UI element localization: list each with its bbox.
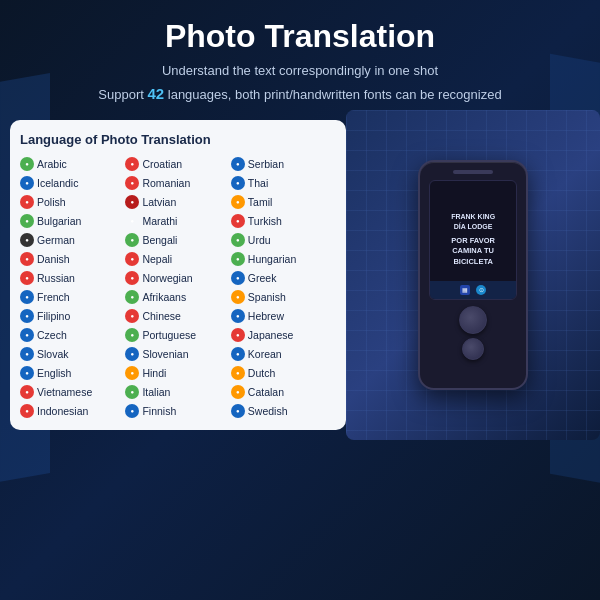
list-item: ●Slovak bbox=[20, 346, 125, 363]
list-item: ●Vietnamese bbox=[20, 384, 125, 401]
language-name: Romanian bbox=[142, 177, 190, 189]
gallery-icon: ▦ bbox=[460, 285, 470, 295]
flag-icon: ● bbox=[125, 385, 139, 399]
flag-icon: ● bbox=[20, 347, 34, 361]
language-name: Slovenian bbox=[142, 348, 188, 360]
language-name: Greek bbox=[248, 272, 277, 284]
list-item: ●Japanese bbox=[231, 327, 336, 344]
language-name: Urdu bbox=[248, 234, 271, 246]
language-name: Finnish bbox=[142, 405, 176, 417]
language-name: Hindi bbox=[142, 367, 166, 379]
language-name: Serbian bbox=[248, 158, 284, 170]
screen-content: FRANK KINGDÍA LODGE POR FAVORCAMINA TUBI… bbox=[447, 208, 499, 271]
list-item: ●Hindi bbox=[125, 365, 230, 382]
flag-icon: ● bbox=[20, 290, 34, 304]
language-name: Danish bbox=[37, 253, 70, 265]
translation-device: FRANK KINGDÍA LODGE POR FAVORCAMINA TUBI… bbox=[418, 160, 528, 390]
list-item: ●Greek bbox=[231, 270, 336, 287]
flag-icon: ● bbox=[231, 366, 245, 380]
language-name: Nepali bbox=[142, 253, 172, 265]
flag-icon: ● bbox=[231, 347, 245, 361]
flag-icon: ● bbox=[231, 195, 245, 209]
screen-text-bottom: POR FAVORCAMINA TUBICICLETA bbox=[451, 236, 495, 268]
list-item: ●Catalan bbox=[231, 384, 336, 401]
language-name: Vietnamese bbox=[37, 386, 92, 398]
language-name: Bulgarian bbox=[37, 215, 81, 227]
flag-icon: ● bbox=[231, 271, 245, 285]
language-name: Italian bbox=[142, 386, 170, 398]
list-item: ●Danish bbox=[20, 251, 125, 268]
flag-icon: ● bbox=[125, 309, 139, 323]
list-item: ●Chinese bbox=[125, 308, 230, 325]
list-item: ●Filipino bbox=[20, 308, 125, 325]
list-item: ●Thai bbox=[231, 175, 336, 192]
language-name: Slovak bbox=[37, 348, 69, 360]
device-button-2[interactable] bbox=[462, 338, 484, 360]
flag-icon: ● bbox=[125, 233, 139, 247]
flag-icon: ● bbox=[20, 271, 34, 285]
flag-icon: ● bbox=[125, 214, 139, 228]
flag-icon: ● bbox=[20, 404, 34, 418]
flag-icon: ● bbox=[231, 252, 245, 266]
flag-icon: ● bbox=[231, 328, 245, 342]
list-item: ●Arabic bbox=[20, 156, 125, 173]
list-item: ●Bengali bbox=[125, 232, 230, 249]
list-item: ●Finnish bbox=[125, 403, 230, 420]
flag-icon: ● bbox=[125, 290, 139, 304]
language-name: Tamil bbox=[248, 196, 273, 208]
flag-icon: ● bbox=[20, 252, 34, 266]
flag-icon: ● bbox=[125, 157, 139, 171]
list-item: ●Nepali bbox=[125, 251, 230, 268]
flag-icon: ● bbox=[231, 290, 245, 304]
list-item: ●German bbox=[20, 232, 125, 249]
flag-icon: ● bbox=[20, 214, 34, 228]
list-item: ●Tamil bbox=[231, 194, 336, 211]
language-name: Turkish bbox=[248, 215, 282, 227]
flag-icon: ● bbox=[125, 347, 139, 361]
language-name: Polish bbox=[37, 196, 66, 208]
language-name: Hungarian bbox=[248, 253, 296, 265]
language-name: Hebrew bbox=[248, 310, 284, 322]
language-name: Indonesian bbox=[37, 405, 88, 417]
language-name: Icelandic bbox=[37, 177, 78, 189]
language-name: Russian bbox=[37, 272, 75, 284]
language-name: Latvian bbox=[142, 196, 176, 208]
list-item: ●Hebrew bbox=[231, 308, 336, 325]
flag-icon: ● bbox=[20, 157, 34, 171]
flag-icon: ● bbox=[231, 157, 245, 171]
list-item: ●Slovenian bbox=[125, 346, 230, 363]
flag-icon: ● bbox=[231, 233, 245, 247]
list-item: ●Spanish bbox=[231, 289, 336, 306]
list-item: ●Hungarian bbox=[231, 251, 336, 268]
list-item: ●Urdu bbox=[231, 232, 336, 249]
language-name: German bbox=[37, 234, 75, 246]
language-name: French bbox=[37, 291, 70, 303]
camera-icon: ⊙ bbox=[476, 285, 486, 295]
subtitle-line2-after: languages, both print/handwritten fonts … bbox=[164, 87, 502, 102]
language-name: English bbox=[37, 367, 71, 379]
device-button-1[interactable] bbox=[459, 306, 487, 334]
list-item: ●Icelandic bbox=[20, 175, 125, 192]
language-name: Dutch bbox=[248, 367, 275, 379]
language-name: Catalan bbox=[248, 386, 284, 398]
flag-icon: ● bbox=[20, 176, 34, 190]
language-name: Korean bbox=[248, 348, 282, 360]
language-card: Language of Photo Translation ●Arabic●Cr… bbox=[10, 120, 346, 430]
flag-icon: ● bbox=[20, 385, 34, 399]
list-item: ●Bulgarian bbox=[20, 213, 125, 230]
flag-icon: ● bbox=[125, 328, 139, 342]
language-name: Swedish bbox=[248, 405, 288, 417]
list-item: ●Indonesian bbox=[20, 403, 125, 420]
language-name: Thai bbox=[248, 177, 268, 189]
language-grid: ●Arabic●Croatian●Serbian●Icelandic●Roman… bbox=[20, 156, 336, 420]
lang-card-title: Language of Photo Translation bbox=[20, 132, 336, 147]
language-name: Filipino bbox=[37, 310, 70, 322]
subtitle-highlight: 42 bbox=[147, 85, 164, 102]
list-item: ●Croatian bbox=[125, 156, 230, 173]
language-name: Japanese bbox=[248, 329, 294, 341]
flag-icon: ● bbox=[231, 385, 245, 399]
list-item: ●Korean bbox=[231, 346, 336, 363]
list-item: ●Italian bbox=[125, 384, 230, 401]
flag-icon: ● bbox=[125, 366, 139, 380]
flag-icon: ● bbox=[125, 271, 139, 285]
